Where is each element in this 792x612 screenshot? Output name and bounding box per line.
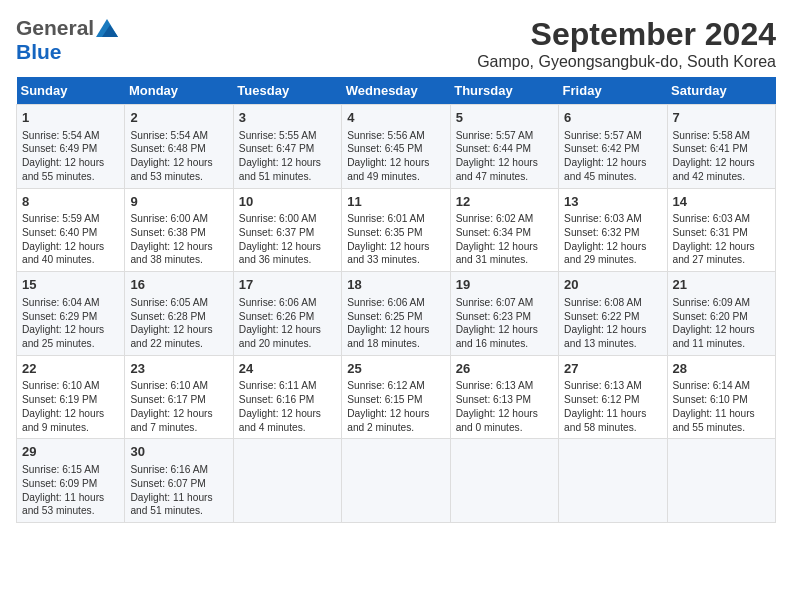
calendar-cell: 7Sunrise: 5:58 AM Sunset: 6:41 PM Daylig… [667,105,775,189]
calendar-cell: 12Sunrise: 6:02 AM Sunset: 6:34 PM Dayli… [450,188,558,272]
day-number: 3 [239,109,336,127]
calendar-cell [667,439,775,523]
calendar-cell: 27Sunrise: 6:13 AM Sunset: 6:12 PM Dayli… [559,355,667,439]
day-info: Sunrise: 5:55 AM Sunset: 6:47 PM Dayligh… [239,130,321,182]
day-info: Sunrise: 6:12 AM Sunset: 6:15 PM Dayligh… [347,380,429,432]
day-number: 20 [564,276,661,294]
header-row: SundayMondayTuesdayWednesdayThursdayFrid… [17,77,776,105]
day-info: Sunrise: 6:04 AM Sunset: 6:29 PM Dayligh… [22,297,104,349]
day-info: Sunrise: 6:14 AM Sunset: 6:10 PM Dayligh… [673,380,755,432]
calendar-cell: 21Sunrise: 6:09 AM Sunset: 6:20 PM Dayli… [667,272,775,356]
header: General Blue September 2024 Gampo, Gyeon… [16,16,776,71]
calendar-cell: 19Sunrise: 6:07 AM Sunset: 6:23 PM Dayli… [450,272,558,356]
day-number: 4 [347,109,444,127]
day-info: Sunrise: 6:09 AM Sunset: 6:20 PM Dayligh… [673,297,755,349]
calendar-cell [450,439,558,523]
logo-icon [96,19,118,37]
calendar-cell: 8Sunrise: 5:59 AM Sunset: 6:40 PM Daylig… [17,188,125,272]
month-title: September 2024 [477,16,776,53]
day-number: 6 [564,109,661,127]
day-number: 23 [130,360,227,378]
day-info: Sunrise: 6:00 AM Sunset: 6:38 PM Dayligh… [130,213,212,265]
day-info: Sunrise: 6:15 AM Sunset: 6:09 PM Dayligh… [22,464,104,516]
logo-general-text: General [16,16,94,40]
day-info: Sunrise: 6:16 AM Sunset: 6:07 PM Dayligh… [130,464,212,516]
calendar-cell: 22Sunrise: 6:10 AM Sunset: 6:19 PM Dayli… [17,355,125,439]
day-number: 25 [347,360,444,378]
title-area: September 2024 Gampo, Gyeongsangbuk-do, … [477,16,776,71]
column-header-wednesday: Wednesday [342,77,450,105]
day-number: 8 [22,193,119,211]
day-info: Sunrise: 6:03 AM Sunset: 6:32 PM Dayligh… [564,213,646,265]
day-number: 22 [22,360,119,378]
day-number: 9 [130,193,227,211]
day-info: Sunrise: 6:06 AM Sunset: 6:25 PM Dayligh… [347,297,429,349]
calendar-cell: 14Sunrise: 6:03 AM Sunset: 6:31 PM Dayli… [667,188,775,272]
day-number: 10 [239,193,336,211]
day-info: Sunrise: 5:58 AM Sunset: 6:41 PM Dayligh… [673,130,755,182]
day-number: 27 [564,360,661,378]
calendar-cell: 25Sunrise: 6:12 AM Sunset: 6:15 PM Dayli… [342,355,450,439]
day-info: Sunrise: 6:01 AM Sunset: 6:35 PM Dayligh… [347,213,429,265]
day-number: 5 [456,109,553,127]
week-row-3: 15Sunrise: 6:04 AM Sunset: 6:29 PM Dayli… [17,272,776,356]
week-row-1: 1Sunrise: 5:54 AM Sunset: 6:49 PM Daylig… [17,105,776,189]
day-info: Sunrise: 5:57 AM Sunset: 6:44 PM Dayligh… [456,130,538,182]
day-number: 14 [673,193,770,211]
calendar-cell: 23Sunrise: 6:10 AM Sunset: 6:17 PM Dayli… [125,355,233,439]
day-info: Sunrise: 6:13 AM Sunset: 6:12 PM Dayligh… [564,380,646,432]
day-info: Sunrise: 6:05 AM Sunset: 6:28 PM Dayligh… [130,297,212,349]
day-info: Sunrise: 6:13 AM Sunset: 6:13 PM Dayligh… [456,380,538,432]
day-info: Sunrise: 6:07 AM Sunset: 6:23 PM Dayligh… [456,297,538,349]
calendar-cell: 18Sunrise: 6:06 AM Sunset: 6:25 PM Dayli… [342,272,450,356]
day-number: 29 [22,443,119,461]
calendar-cell [342,439,450,523]
calendar-cell: 13Sunrise: 6:03 AM Sunset: 6:32 PM Dayli… [559,188,667,272]
location-title: Gampo, Gyeongsangbuk-do, South Korea [477,53,776,71]
day-number: 7 [673,109,770,127]
day-info: Sunrise: 5:54 AM Sunset: 6:49 PM Dayligh… [22,130,104,182]
week-row-4: 22Sunrise: 6:10 AM Sunset: 6:19 PM Dayli… [17,355,776,439]
day-number: 24 [239,360,336,378]
calendar-table: SundayMondayTuesdayWednesdayThursdayFrid… [16,77,776,523]
calendar-cell: 24Sunrise: 6:11 AM Sunset: 6:16 PM Dayli… [233,355,341,439]
calendar-cell: 5Sunrise: 5:57 AM Sunset: 6:44 PM Daylig… [450,105,558,189]
calendar-cell: 29Sunrise: 6:15 AM Sunset: 6:09 PM Dayli… [17,439,125,523]
calendar-cell: 20Sunrise: 6:08 AM Sunset: 6:22 PM Dayli… [559,272,667,356]
logo-blue-text: Blue [16,40,62,63]
calendar-cell: 9Sunrise: 6:00 AM Sunset: 6:38 PM Daylig… [125,188,233,272]
day-number: 28 [673,360,770,378]
day-info: Sunrise: 5:54 AM Sunset: 6:48 PM Dayligh… [130,130,212,182]
calendar-cell [233,439,341,523]
calendar-cell: 3Sunrise: 5:55 AM Sunset: 6:47 PM Daylig… [233,105,341,189]
day-info: Sunrise: 5:57 AM Sunset: 6:42 PM Dayligh… [564,130,646,182]
day-info: Sunrise: 6:02 AM Sunset: 6:34 PM Dayligh… [456,213,538,265]
column-header-saturday: Saturday [667,77,775,105]
column-header-monday: Monday [125,77,233,105]
calendar-cell: 4Sunrise: 5:56 AM Sunset: 6:45 PM Daylig… [342,105,450,189]
column-header-friday: Friday [559,77,667,105]
day-info: Sunrise: 5:56 AM Sunset: 6:45 PM Dayligh… [347,130,429,182]
day-info: Sunrise: 6:08 AM Sunset: 6:22 PM Dayligh… [564,297,646,349]
calendar-cell: 17Sunrise: 6:06 AM Sunset: 6:26 PM Dayli… [233,272,341,356]
calendar-cell: 15Sunrise: 6:04 AM Sunset: 6:29 PM Dayli… [17,272,125,356]
calendar-cell [559,439,667,523]
day-number: 12 [456,193,553,211]
column-header-tuesday: Tuesday [233,77,341,105]
calendar-cell: 11Sunrise: 6:01 AM Sunset: 6:35 PM Dayli… [342,188,450,272]
day-number: 16 [130,276,227,294]
logo: General Blue [16,16,118,64]
column-header-sunday: Sunday [17,77,125,105]
day-number: 21 [673,276,770,294]
day-info: Sunrise: 6:03 AM Sunset: 6:31 PM Dayligh… [673,213,755,265]
column-header-thursday: Thursday [450,77,558,105]
calendar-cell: 6Sunrise: 5:57 AM Sunset: 6:42 PM Daylig… [559,105,667,189]
day-info: Sunrise: 6:00 AM Sunset: 6:37 PM Dayligh… [239,213,321,265]
calendar-cell: 26Sunrise: 6:13 AM Sunset: 6:13 PM Dayli… [450,355,558,439]
day-number: 15 [22,276,119,294]
calendar-cell: 2Sunrise: 5:54 AM Sunset: 6:48 PM Daylig… [125,105,233,189]
day-info: Sunrise: 6:11 AM Sunset: 6:16 PM Dayligh… [239,380,321,432]
day-number: 17 [239,276,336,294]
day-number: 30 [130,443,227,461]
week-row-5: 29Sunrise: 6:15 AM Sunset: 6:09 PM Dayli… [17,439,776,523]
